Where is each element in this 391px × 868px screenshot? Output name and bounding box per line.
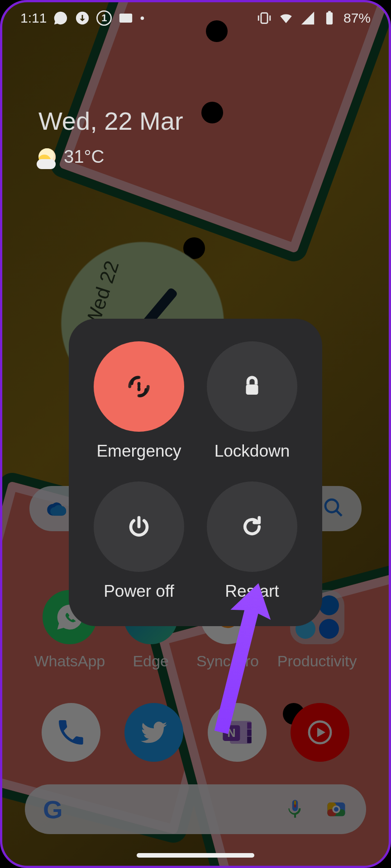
svg-rect-2 bbox=[261, 13, 267, 24]
more-notif-dot: • bbox=[140, 11, 144, 25]
status-bar: 1:11 1 • 87% bbox=[2, 2, 389, 34]
phone-frame: 1:11 1 • 87% Wed, 22 Mar 31°C Wed 2 bbox=[0, 0, 391, 868]
svg-rect-4 bbox=[328, 11, 331, 13]
power-menu-lockdown[interactable]: Lockdown bbox=[200, 341, 304, 468]
battery-percent: 87% bbox=[343, 10, 371, 26]
lock-icon bbox=[240, 374, 264, 399]
power-icon bbox=[127, 514, 151, 539]
power-menu: Emergency Lockdown Power off bbox=[69, 319, 322, 626]
date-text: Wed, 22 Mar bbox=[38, 106, 183, 136]
signal-icon bbox=[300, 10, 315, 26]
emergency-icon bbox=[127, 374, 151, 399]
svg-rect-1 bbox=[119, 14, 132, 23]
notif-count-icon: 1 bbox=[96, 10, 112, 26]
temperature-text: 31°C bbox=[64, 146, 104, 167]
power-menu-emergency[interactable]: Emergency bbox=[87, 341, 191, 468]
at-a-glance-widget[interactable]: Wed, 22 Mar 31°C bbox=[38, 106, 183, 167]
lockdown-label: Lockdown bbox=[215, 442, 290, 461]
power-menu-poweroff[interactable]: Power off bbox=[87, 481, 191, 608]
poweroff-label: Power off bbox=[104, 582, 174, 601]
sync-icon bbox=[75, 10, 90, 26]
gesture-nav-handle[interactable] bbox=[137, 853, 254, 858]
outlook-icon bbox=[118, 10, 134, 26]
svg-rect-22 bbox=[246, 385, 258, 395]
restart-label: Restart bbox=[225, 582, 279, 601]
emergency-label: Emergency bbox=[96, 442, 181, 461]
battery-icon bbox=[322, 10, 337, 26]
status-time: 1:11 bbox=[20, 10, 47, 26]
chat-notif-icon bbox=[53, 10, 68, 26]
weather-icon bbox=[38, 148, 56, 165]
restart-icon bbox=[240, 514, 264, 539]
power-menu-restart[interactable]: Restart bbox=[200, 481, 304, 608]
svg-rect-3 bbox=[326, 12, 333, 24]
wifi-icon bbox=[278, 10, 294, 26]
vibrate-icon bbox=[257, 10, 272, 26]
